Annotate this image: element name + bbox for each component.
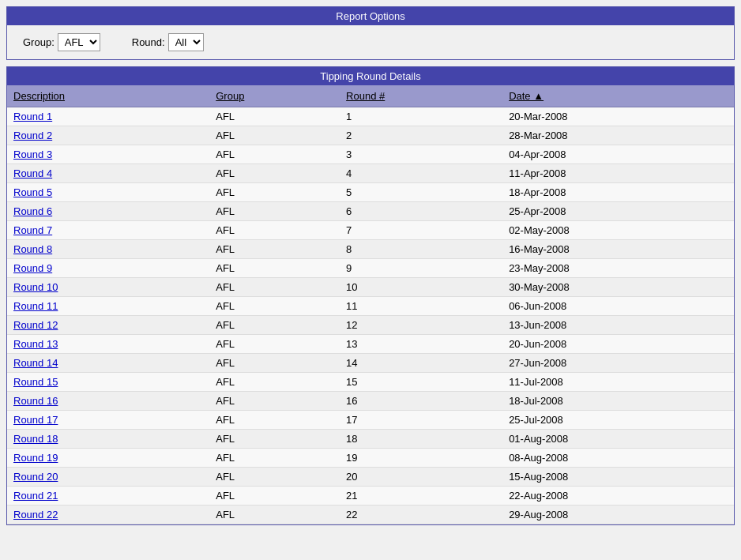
cell-date: 23-May-2008 [502,259,734,278]
description-link[interactable]: Round 14 [13,357,58,369]
table-row: Round 17AFL1725-Jul-2008 [7,411,734,430]
description-link[interactable]: Round 20 [13,471,58,483]
cell-date: 28-Mar-2008 [502,126,734,145]
col-group-header[interactable]: Group [209,85,340,107]
cell-date: 02-May-2008 [502,221,734,240]
cell-description: Round 20 [7,468,209,487]
cell-round-num: 5 [340,183,502,202]
description-link[interactable]: Round 17 [13,414,58,426]
cell-description: Round 13 [7,335,209,354]
cell-date: 25-Apr-2008 [502,202,734,221]
cell-date: 30-May-2008 [502,278,734,297]
cell-date: 01-Aug-2008 [502,430,734,449]
cell-group: AFL [209,354,340,373]
cell-description: Round 5 [7,183,209,202]
table-row: Round 5AFL518-Apr-2008 [7,183,734,202]
cell-group: AFL [209,259,340,278]
cell-round-num: 14 [340,354,502,373]
cell-group: AFL [209,183,340,202]
col-description-header[interactable]: Description [7,85,209,107]
cell-group: AFL [209,278,340,297]
cell-group: AFL [209,145,340,164]
description-link[interactable]: Round 12 [13,319,58,331]
description-link[interactable]: Round 6 [13,205,52,217]
group-sort-link[interactable]: Group [216,90,244,102]
cell-round-num: 22 [340,506,502,524]
table-row: Round 12AFL1213-Jun-2008 [7,316,734,335]
cell-description: Round 18 [7,430,209,449]
description-link[interactable]: Round 10 [13,281,58,293]
cell-description: Round 1 [7,107,209,126]
round-num-sort-link[interactable]: Round # [346,90,385,102]
table-row: Round 9AFL923-May-2008 [7,259,734,278]
round-select[interactable]: All12345678910111213141516171819202122 [168,33,204,51]
cell-date: 27-Jun-2008 [502,354,734,373]
table-row: Round 7AFL702-May-2008 [7,221,734,240]
cell-round-num: 8 [340,240,502,259]
cell-round-num: 17 [340,411,502,430]
cell-description: Round 14 [7,354,209,373]
round-label: Round: [132,36,165,48]
table-row: Round 13AFL1320-Jun-2008 [7,335,734,354]
description-link[interactable]: Round 19 [13,452,58,464]
description-link[interactable]: Round 18 [13,433,58,445]
cell-group: AFL [209,392,340,411]
cell-description: Round 10 [7,278,209,297]
table-body: Round 1AFL120-Mar-2008Round 2AFL228-Mar-… [7,107,734,524]
cell-round-num: 2 [340,126,502,145]
cell-round-num: 6 [340,202,502,221]
cell-date: 25-Jul-2008 [502,411,734,430]
cell-round-num: 1 [340,107,502,126]
cell-description: Round 7 [7,221,209,240]
cell-group: AFL [209,411,340,430]
cell-date: 06-Jun-2008 [502,297,734,316]
description-link[interactable]: Round 2 [13,130,52,141]
cell-date: 04-Apr-2008 [502,145,734,164]
description-link[interactable]: Round 1 [13,111,52,122]
cell-description: Round 3 [7,145,209,164]
table-row: Round 10AFL1030-May-2008 [7,278,734,297]
cell-date: 20-Jun-2008 [502,335,734,354]
cell-group: AFL [209,297,340,316]
cell-round-num: 21 [340,487,502,506]
description-link[interactable]: Round 9 [13,262,52,274]
group-select[interactable]: AFL [58,33,100,51]
description-link[interactable]: Round 8 [13,243,52,255]
cell-group: AFL [209,126,340,145]
description-link[interactable]: Round 13 [13,338,58,350]
round-details-title: Tipping Round Details [320,70,420,82]
cell-description: Round 9 [7,259,209,278]
table-header-row: Description Group Round # Date ▲ [7,85,734,107]
cell-round-num: 4 [340,164,502,183]
cell-group: AFL [209,487,340,506]
table-row: Round 3AFL304-Apr-2008 [7,145,734,164]
cell-description: Round 2 [7,126,209,145]
description-link[interactable]: Round 7 [13,224,52,236]
description-link[interactable]: Round 16 [13,395,58,407]
table-row: Round 1AFL120-Mar-2008 [7,107,734,126]
date-sort-link[interactable]: Date ▲ [509,90,544,102]
cell-round-num: 11 [340,297,502,316]
cell-date: 13-Jun-2008 [502,316,734,335]
description-link[interactable]: Round 22 [13,509,58,521]
description-link[interactable]: Round 11 [13,300,58,312]
col-date-header[interactable]: Date ▲ [502,85,734,107]
col-round-num-header[interactable]: Round # [340,85,502,107]
description-link[interactable]: Round 3 [13,148,52,160]
cell-date: 18-Jul-2008 [502,392,734,411]
table-row: Round 4AFL411-Apr-2008 [7,164,734,183]
description-link[interactable]: Round 15 [13,376,58,388]
table-row: Round 6AFL625-Apr-2008 [7,202,734,221]
description-link[interactable]: Round 4 [13,167,52,179]
cell-round-num: 16 [340,392,502,411]
table-row: Round 8AFL816-May-2008 [7,240,734,259]
cell-description: Round 16 [7,392,209,411]
cell-description: Round 21 [7,487,209,506]
description-link[interactable]: Round 21 [13,490,58,502]
description-sort-link[interactable]: Description [13,90,65,102]
cell-date: 16-May-2008 [502,240,734,259]
table-row: Round 2AFL228-Mar-2008 [7,126,734,145]
description-link[interactable]: Round 5 [13,186,52,198]
group-label: Group: [23,36,55,48]
cell-date: 08-Aug-2008 [502,449,734,468]
